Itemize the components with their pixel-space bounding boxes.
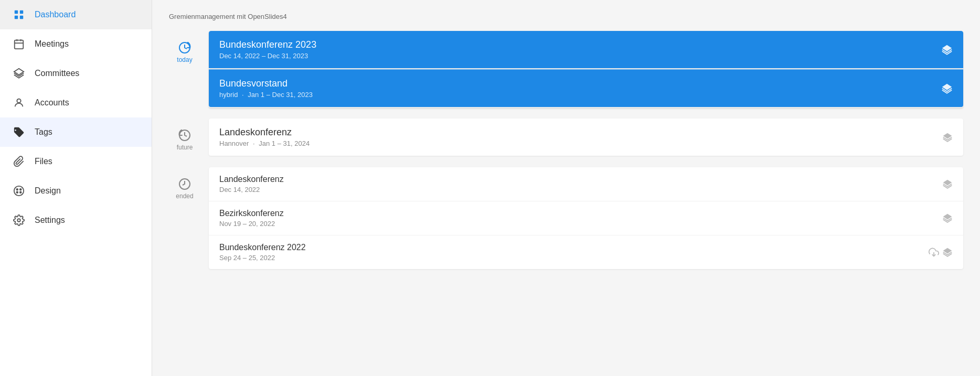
ended-card-3-icons xyxy=(929,247,953,257)
person-icon xyxy=(13,96,25,109)
svg-rect-3 xyxy=(20,16,23,19)
sidebar-item-files[interactable]: Files xyxy=(0,147,152,176)
ended-card-group: Landeskonferenz Dec 14, 2022 Bezirkskonf… xyxy=(209,167,963,269)
future-label-group: future xyxy=(169,119,200,151)
future-card-1[interactable]: Landeskonferenz Hannover · Jan 1 – 31, 2… xyxy=(209,119,963,156)
sidebar-item-tags[interactable]: Tags xyxy=(0,117,152,147)
ended-label-text: ended xyxy=(176,192,193,200)
sidebar-label-settings: Settings xyxy=(35,216,65,225)
future-card-1-icon xyxy=(942,132,953,143)
ended-card-3-subtitle: Sep 24 – 25, 2022 xyxy=(219,254,306,262)
today-card-2[interactable]: Bundesvorstand hybrid · Jan 1 – Dec 31, … xyxy=(209,69,963,107)
sidebar-label-meetings: Meetings xyxy=(35,39,69,49)
page-subtitle: Gremienmanagement mit OpenSlides4 xyxy=(169,13,963,20)
future-card-1-subtitle: Hannover · Jan 1 – 31, 2024 xyxy=(219,139,310,147)
ended-card-1-subtitle: Dec 14, 2022 xyxy=(219,186,284,194)
today-card-group: Bundeskonferenz 2023 Dec 14, 2022 – Dec … xyxy=(209,31,963,108)
ended-section: ended Landeskonferenz Dec 14, 2022 xyxy=(169,167,963,269)
sidebar-item-accounts[interactable]: Accounts xyxy=(0,88,152,117)
future-icon xyxy=(178,129,191,142)
svg-rect-4 xyxy=(15,40,24,49)
grid-icon xyxy=(13,8,25,21)
today-card-1-content: Bundeskonferenz 2023 Dec 14, 2022 – Dec … xyxy=(219,39,316,60)
ended-card-3-title: Bundeskonferenz 2022 xyxy=(219,243,306,252)
future-card-1-date: Jan 1 – 31, 2024 xyxy=(259,139,310,147)
today-card-1-title: Bundeskonferenz 2023 xyxy=(219,39,316,50)
sidebar-item-committees[interactable]: Committees xyxy=(0,59,152,88)
today-card-2-subtitle: hybrid · Jan 1 – Dec 31, 2023 xyxy=(219,91,313,99)
ended-card-2-title: Bezirkskonferenz xyxy=(219,209,284,218)
today-card-1-icon xyxy=(941,44,953,56)
svg-point-9 xyxy=(17,99,20,103)
sidebar-label-tags: Tags xyxy=(35,127,52,137)
svg-point-10 xyxy=(14,186,24,196)
download-icon xyxy=(929,247,939,257)
sidebar-item-settings[interactable]: Settings xyxy=(0,206,152,235)
today-card-2-title: Bundesvorstand xyxy=(219,78,313,89)
sidebar: Dashboard Meetings Committees Accounts T… xyxy=(0,0,152,376)
sidebar-label-files: Files xyxy=(35,157,52,166)
ended-card-2-icon xyxy=(942,213,953,223)
sidebar-label-committees: Committees xyxy=(35,69,79,78)
svg-point-13 xyxy=(16,191,18,193)
today-icon xyxy=(178,41,191,54)
tag-icon xyxy=(13,126,25,138)
today-label-group: today xyxy=(169,31,200,63)
today-section: today Bundeskonferenz 2023 Dec 14, 2022 … xyxy=(169,31,963,108)
calendar-icon xyxy=(13,38,25,50)
layers-icon xyxy=(13,67,25,80)
svg-rect-0 xyxy=(15,10,18,14)
ended-card-3[interactable]: Bundeskonferenz 2022 Sep 24 – 25, 2022 xyxy=(209,235,963,269)
svg-point-12 xyxy=(20,189,22,190)
future-label-text: future xyxy=(177,144,193,151)
layers-icon xyxy=(942,247,953,257)
today-card-1-subtitle: Dec 14, 2022 – Dec 31, 2023 xyxy=(219,52,316,60)
ended-card-1-title: Landeskonferenz xyxy=(219,175,284,184)
ended-icon xyxy=(178,178,191,190)
future-card-1-title: Landeskonferenz xyxy=(219,127,310,138)
today-card-2-icon xyxy=(941,83,953,94)
paperclip-icon xyxy=(13,155,25,168)
ended-card-2-subtitle: Nov 19 – 20, 2022 xyxy=(219,220,284,228)
main-content: Gremienmanagement mit OpenSlides4 today … xyxy=(152,0,980,376)
svg-rect-1 xyxy=(20,10,23,14)
svg-point-15 xyxy=(17,219,20,222)
ended-card-1-content: Landeskonferenz Dec 14, 2022 xyxy=(219,175,284,194)
ended-card-1[interactable]: Landeskonferenz Dec 14, 2022 xyxy=(209,167,963,201)
sidebar-item-design[interactable]: Design xyxy=(0,176,152,206)
today-card-2-content: Bundesvorstand hybrid · Jan 1 – Dec 31, … xyxy=(219,78,313,99)
future-card-1-content: Landeskonferenz Hannover · Jan 1 – 31, 2… xyxy=(219,127,310,147)
gear-icon xyxy=(13,214,25,227)
ended-label-group: ended xyxy=(169,167,200,200)
sidebar-label-accounts: Accounts xyxy=(35,98,69,108)
svg-rect-2 xyxy=(15,16,18,19)
today-card-1[interactable]: Bundeskonferenz 2023 Dec 14, 2022 – Dec … xyxy=(209,31,963,68)
future-card-1-prefix: Hannover xyxy=(219,139,249,147)
sidebar-item-meetings[interactable]: Meetings xyxy=(0,29,152,59)
sidebar-label-design: Design xyxy=(35,186,61,196)
palette-icon xyxy=(13,185,25,197)
today-card-2-date: Jan 1 – Dec 31, 2023 xyxy=(248,91,313,99)
svg-point-11 xyxy=(16,189,18,190)
ended-card-2-content: Bezirkskonferenz Nov 19 – 20, 2022 xyxy=(219,209,284,228)
sidebar-item-dashboard[interactable]: Dashboard xyxy=(0,0,152,29)
ended-card-2[interactable]: Bezirkskonferenz Nov 19 – 20, 2022 xyxy=(209,201,963,235)
sidebar-label-dashboard: Dashboard xyxy=(35,10,76,19)
ended-cards: Landeskonferenz Dec 14, 2022 Bezirkskonf… xyxy=(209,167,963,269)
today-cards: Bundeskonferenz 2023 Dec 14, 2022 – Dec … xyxy=(209,31,963,108)
future-cards: Landeskonferenz Hannover · Jan 1 – 31, 2… xyxy=(209,119,963,157)
ended-card-3-content: Bundeskonferenz 2022 Sep 24 – 25, 2022 xyxy=(219,243,306,262)
ended-card-1-icon xyxy=(942,179,953,189)
future-section: future Landeskonferenz Hannover · Jan 1 … xyxy=(169,119,963,157)
today-card-2-prefix: hybrid xyxy=(219,91,238,99)
svg-point-14 xyxy=(20,191,22,193)
today-label-text: today xyxy=(177,56,192,63)
